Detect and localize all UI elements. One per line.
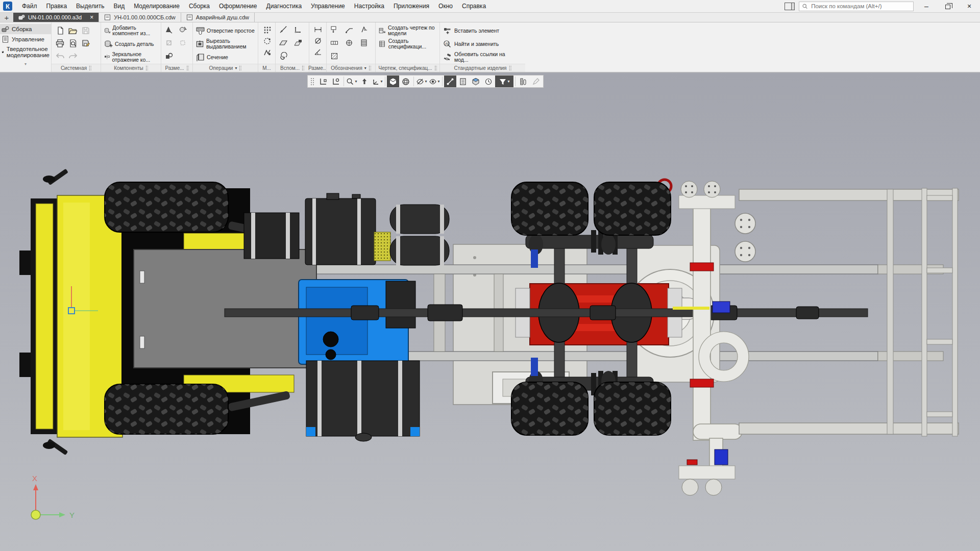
group-grip-icon[interactable] <box>509 65 511 71</box>
group-grip-icon[interactable] <box>186 65 189 71</box>
aux-spiral-button[interactable] <box>278 51 289 62</box>
linear-dimension-button[interactable] <box>312 24 324 35</box>
create-drawing-from-model-button[interactable]: Создать чертеж по модели <box>378 24 438 37</box>
toolbar-grip-icon[interactable] <box>310 78 315 86</box>
menu-applications[interactable]: Приложения <box>389 3 434 10</box>
search-input[interactable] <box>810 3 910 10</box>
dropdown-icon[interactable]: ▾ <box>235 66 237 70</box>
collision-check-button[interactable] <box>163 51 175 62</box>
aux-lcs-button[interactable] <box>292 24 304 35</box>
move-component-button[interactable] <box>163 24 175 35</box>
menu-management[interactable]: Управление <box>306 3 350 10</box>
array-grid-button[interactable] <box>261 24 273 35</box>
save-button[interactable] <box>79 24 92 37</box>
menu-diagnostics[interactable]: Диагностика <box>262 3 307 10</box>
menu-assembly[interactable]: Сборка <box>184 3 214 10</box>
menu-modeling[interactable]: Моделирование <box>129 3 184 10</box>
array-curve-button[interactable] <box>261 35 273 46</box>
sketch-mode-button[interactable] <box>317 76 329 87</box>
section-button[interactable]: Сечение <box>195 51 256 64</box>
add-component-button[interactable]: Добавить компонент из... <box>103 24 159 37</box>
shaded-display-button[interactable] <box>387 76 399 87</box>
marking-button[interactable] <box>344 37 355 48</box>
menu-drawing[interactable]: Оформление <box>214 3 261 10</box>
mirror-components-button[interactable]: Зеркальное отражение ко... <box>103 51 159 64</box>
orientation-button[interactable] <box>358 76 371 87</box>
menu-settings[interactable]: Настройка <box>350 3 389 10</box>
object-snap-button[interactable] <box>444 76 456 87</box>
style-picker-button[interactable] <box>530 76 542 87</box>
create-specification-button[interactable]: Создать спецификаци... <box>378 37 438 51</box>
menu-edit[interactable]: Правка <box>42 3 72 10</box>
new-document-button[interactable] <box>54 24 66 37</box>
menu-view[interactable]: Вид <box>109 3 129 10</box>
variables-panel-button[interactable] <box>457 76 469 87</box>
close-button[interactable]: × <box>961 1 978 12</box>
tab-close-icon[interactable]: × <box>90 14 93 21</box>
wireframe-display-button[interactable] <box>400 76 412 87</box>
minimize-button[interactable]: – <box>918 1 935 12</box>
print-button[interactable] <box>54 37 66 49</box>
roughness-button[interactable] <box>358 24 370 35</box>
dropdown-icon[interactable]: ▾ <box>355 79 357 84</box>
menu-help[interactable]: Справка <box>457 3 491 10</box>
insert-element-button[interactable]: Вставить элемент <box>442 24 524 37</box>
save-as-button[interactable] <box>79 37 92 49</box>
restore-button[interactable] <box>939 1 957 12</box>
dropdown-icon[interactable]: ▾ <box>437 79 439 84</box>
leader-note-button[interactable] <box>344 24 355 35</box>
tab-shower-cdw[interactable]: Аварийный душ.cdw <box>181 13 255 22</box>
datum-button[interactable] <box>329 24 340 35</box>
thread-designation-button[interactable] <box>358 37 370 48</box>
diameter-dimension-button[interactable] <box>312 35 324 46</box>
sketch-placement-button[interactable] <box>330 76 342 87</box>
open-document-button[interactable] <box>66 24 79 37</box>
array-custom-button[interactable] <box>261 46 273 58</box>
rotate-component-button[interactable] <box>177 24 188 35</box>
group-grip-icon[interactable] <box>302 65 304 71</box>
create-part-button[interactable]: Создать деталь <box>103 37 159 51</box>
dropdown-icon[interactable]: ▾ <box>507 79 509 84</box>
rebuild-report-button[interactable] <box>482 76 495 87</box>
redo-button[interactable] <box>66 49 79 62</box>
dropdown-icon[interactable]: ▾ <box>425 79 427 84</box>
group-grip-icon[interactable] <box>369 65 371 71</box>
tab-assembly-a3d[interactable]: UN-01.00.00.000.a3d × <box>13 13 99 22</box>
menu-window[interactable]: Окно <box>434 3 457 10</box>
group-grip-icon[interactable] <box>89 65 91 71</box>
zoom-tool-button[interactable]: ▾ <box>346 76 358 87</box>
filter-objects-button[interactable]: ▾ <box>495 76 513 87</box>
menu-file[interactable]: Файл <box>17 3 42 10</box>
command-search[interactable] <box>799 2 914 11</box>
sidebar-item-management[interactable]: Управление <box>0 34 51 44</box>
fix-component-button[interactable] <box>163 37 175 48</box>
component-display-button[interactable] <box>470 76 482 87</box>
update-links-button[interactable]: Обновить ссылки на мод... <box>442 51 524 64</box>
group-grip-icon[interactable] <box>239 65 241 71</box>
hide-objects-button[interactable]: ▾ <box>415 76 428 87</box>
measure-tool-button[interactable] <box>517 76 529 87</box>
cut-extrude-button[interactable]: Вырезать выдавливанием <box>195 37 256 51</box>
angle-dimension-button[interactable] <box>312 46 324 58</box>
menu-select[interactable]: Выделить <box>71 3 109 10</box>
simple-hole-button[interactable]: Отверстие простое <box>195 24 256 37</box>
unfix-component-button[interactable] <box>177 37 188 48</box>
app-logo-icon[interactable]: К <box>3 2 12 11</box>
find-replace-button[interactable]: АБ Найти и заменить <box>442 37 524 51</box>
tolerance-frame-button[interactable] <box>329 37 340 48</box>
group-grip-icon[interactable] <box>434 65 437 71</box>
assembly-model[interactable]: X Y <box>0 73 980 551</box>
dropdown-icon[interactable]: ▾ <box>380 79 382 84</box>
sidebar-item-solid-modeling[interactable]: Твердотельное моделирование <box>0 44 51 60</box>
show-objects-button[interactable]: ▾ <box>428 76 440 87</box>
undo-button[interactable] <box>54 49 66 62</box>
dropdown-icon[interactable]: ▾ <box>364 66 366 70</box>
aux-axis-button[interactable] <box>278 24 289 35</box>
screen-layout-icon[interactable] <box>785 3 795 10</box>
sidebar-expand-icon[interactable]: ▾ <box>0 62 51 66</box>
tab-drawing-cdw[interactable]: УН-01.00.00.000СБ.cdw <box>99 13 181 22</box>
model-viewport[interactable]: ▾ ▾ ▾ ▾ ▾ <box>0 73 980 551</box>
hatch-region-button[interactable] <box>329 51 340 62</box>
aux-plane-offset-button[interactable] <box>292 37 304 48</box>
orientation-triad-button[interactable]: ▾ <box>371 76 383 87</box>
